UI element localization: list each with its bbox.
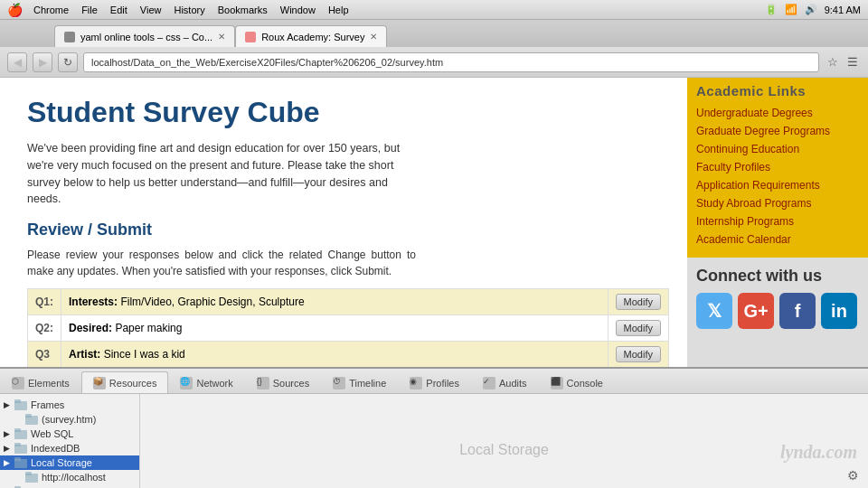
devtools-content: ▶Frames(survey.htm)▶Web SQL▶IndexedDB▶Lo… (0, 394, 868, 488)
local-storage-content: Local Storage (140, 394, 868, 488)
star-icon[interactable]: ☆ (825, 54, 841, 70)
social-icons: 𝕏 G+ f in (696, 293, 859, 329)
forward-button[interactable]: ▶ (33, 52, 52, 72)
twitter-icon[interactable]: 𝕏 (696, 293, 732, 329)
tree-item-label: Frames (31, 399, 64, 410)
devtools-tab-profiles[interactable]: ◉Profiles (398, 371, 471, 393)
list-item[interactable]: ▶Local Storage (0, 455, 139, 470)
mac-menu-view[interactable]: View (140, 5, 162, 15)
svg-rect-7 (14, 443, 21, 446)
svg-rect-11 (25, 472, 32, 475)
devtools-tab-elements[interactable]: ⬡Elements (0, 371, 81, 393)
sidebar-academic-link[interactable]: Graduate Degree Programs (696, 122, 859, 140)
list-item[interactable]: ▶Session Storage (0, 484, 139, 488)
question-id: Q2: (28, 315, 61, 342)
refresh-button[interactable]: ↻ (58, 52, 78, 72)
tree-item-icon (14, 443, 27, 454)
question-answer: Desired: Paper making (61, 315, 609, 342)
tab-icon: ⬛ (551, 377, 563, 389)
mac-menu-bookmarks[interactable]: Bookmarks (218, 5, 268, 15)
mac-menu-window[interactable]: Window (280, 5, 316, 15)
modify-cell: Modify (608, 289, 668, 315)
page-description: We've been providing fine art and design… (27, 140, 407, 208)
devtools-panel: ⬡Elements📦Resources🌐Network{}Sources⏱Tim… (0, 367, 868, 488)
tree-item-label: Web SQL (31, 428, 74, 439)
list-item[interactable]: http://localhost (0, 470, 139, 484)
back-button[interactable]: ◀ (7, 52, 27, 72)
tab-yaml[interactable]: yaml online tools – css – Co... ✕ (54, 25, 235, 47)
question-answer: Artist: Since I was a kid (61, 342, 609, 368)
tab-label: Timeline (349, 378, 386, 389)
svg-rect-1 (14, 399, 21, 403)
page-title: Student Survey Cube (27, 96, 669, 129)
tree-item-icon (14, 399, 27, 410)
local-storage-label: Local Storage (459, 442, 549, 458)
tab-icon: ⏱ (333, 377, 345, 389)
sidebar-academic-link[interactable]: Undergraduate Degrees (696, 104, 859, 122)
sidebar-links-container: Undergraduate DegreesGraduate Degree Pro… (696, 104, 859, 249)
devtools-tab-network[interactable]: 🌐Network (168, 371, 244, 393)
sidebar-academic-link[interactable]: Faculty Profiles (696, 158, 859, 176)
devtools-tab-audits[interactable]: ✓Audits (471, 371, 539, 393)
tab-icon: {} (257, 377, 269, 389)
modify-button[interactable]: Modify (616, 320, 661, 336)
devtools-tab-console[interactable]: ⬛Console (539, 371, 615, 393)
tab-close-roux[interactable]: ✕ (370, 32, 377, 42)
sidebar-academic-link[interactable]: Continuing Education (696, 140, 859, 158)
tree-item-icon (25, 472, 38, 483)
mac-menu-history[interactable]: History (174, 5, 204, 15)
gplus-icon[interactable]: G+ (738, 293, 774, 329)
tree-arrow-icon: ▶ (4, 400, 13, 409)
settings-icon[interactable]: ☰ (844, 54, 861, 70)
tab-favicon-roux (245, 32, 256, 42)
tree-arrow-icon: ▶ (4, 444, 13, 453)
tab-favicon-yaml (64, 32, 75, 42)
sidebar-academic-link[interactable]: Application Requirements (696, 176, 859, 194)
tab-close-yaml[interactable]: ✕ (218, 32, 225, 42)
clock: 9:41 AM (825, 5, 861, 15)
modify-button[interactable]: Modify (616, 346, 661, 362)
linkedin-icon[interactable]: in (821, 293, 857, 329)
apple-menu[interactable]: 🍎 (7, 3, 23, 17)
devtools-tab-sources[interactable]: {}Sources (245, 371, 321, 393)
page-content: Student Survey Cube We've been providing… (0, 78, 687, 367)
tab-label: Resources (109, 378, 157, 389)
sidebar-academic-link[interactable]: Academic Calendar (696, 230, 859, 249)
sidebar-academic-link[interactable]: Study Abroad Programs (696, 194, 859, 212)
academic-links-section: Academic Links Undergraduate DegreesGrad… (687, 78, 868, 258)
devtools-tabs: ⬡Elements📦Resources🌐Network{}Sources⏱Tim… (0, 369, 868, 394)
mac-menu-file[interactable]: File (81, 5, 98, 15)
nav-bar: ◀ ▶ ↻ localhost/Data_on_the_Web/Exercise… (0, 47, 868, 78)
table-row: Q1: Interests: Film/Video, Graphic Desig… (28, 289, 669, 315)
mac-menu-chrome[interactable]: Chrome (33, 5, 69, 15)
devtools-tab-resources[interactable]: 📦Resources (81, 371, 169, 393)
list-item[interactable]: ▶IndexedDB (0, 441, 139, 455)
tab-label: Elements (28, 378, 70, 389)
tab-label: Sources (273, 378, 309, 389)
list-item[interactable]: (survey.htm) (0, 412, 139, 427)
question-id: Q3 (28, 342, 61, 368)
url-bar[interactable]: localhost/Data_on_the_Web/ExerciseX20Fil… (83, 52, 819, 72)
mac-menu-bar: Chrome File Edit View History Bookmarks … (33, 5, 349, 15)
facebook-icon[interactable]: f (779, 293, 816, 329)
tree-item-label: IndexedDB (31, 443, 80, 454)
tree-item-icon (14, 428, 27, 439)
mac-topbar: 🍎 Chrome File Edit View History Bookmark… (0, 0, 868, 20)
sidebar-academic-link[interactable]: Internship Programs (696, 212, 859, 230)
modify-button[interactable]: Modify (616, 294, 661, 310)
question-id: Q1: (28, 289, 61, 315)
tree-item-icon (14, 457, 27, 468)
question-answer: Interests: Film/Video, Graphic Design, S… (61, 289, 609, 315)
mac-menu-edit[interactable]: Edit (110, 5, 127, 15)
tab-roux[interactable]: Roux Academy: Survey ✕ (235, 25, 387, 47)
tree-item-label: (survey.htm) (42, 414, 96, 425)
devtools-settings-icon[interactable]: ⚙ (847, 468, 859, 483)
table-row: Q3 Artist: Since I was a kid Modify (28, 342, 669, 368)
devtools-tab-timeline[interactable]: ⏱Timeline (321, 371, 398, 393)
list-item[interactable]: ▶Web SQL (0, 427, 139, 441)
mac-menu-help[interactable]: Help (328, 5, 349, 15)
list-item[interactable]: ▶Frames (0, 398, 139, 412)
tab-icon: ✓ (483, 377, 495, 389)
svg-rect-9 (14, 457, 21, 461)
tab-label: Console (567, 378, 603, 389)
